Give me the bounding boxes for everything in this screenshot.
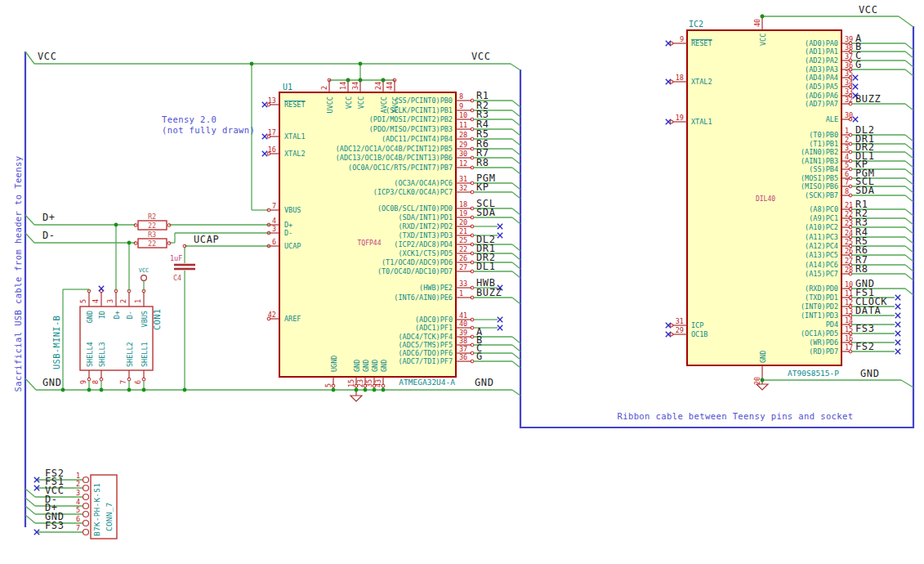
pin-name: (A8)PC0	[809, 205, 838, 213]
net-label-gnd: GND	[42, 377, 61, 388]
pin-name: SHELL1	[141, 342, 149, 367]
pin-number: 11	[459, 121, 467, 129]
pin-number: 24	[374, 82, 382, 90]
pin-number: 30	[459, 150, 467, 158]
pin-name: (A12)PC4	[805, 242, 838, 250]
junction-dot	[142, 388, 146, 392]
junction-dot	[359, 62, 363, 66]
pin-name: (ADC7/TDI)PF7	[398, 357, 453, 365]
pin-name: (ADC5/TMS)PF5	[398, 341, 453, 349]
pin-number: 10	[845, 280, 853, 289]
wire-segment	[905, 60, 913, 67]
pin-name: (INT0)PD2	[801, 302, 838, 311]
pin-name: (ADC1)PF1	[415, 324, 453, 332]
pin-number: 18	[676, 74, 684, 82]
pin-number: 25	[845, 238, 853, 246]
pin-name: D+	[113, 311, 121, 319]
wire-segment	[512, 353, 520, 360]
pin-number: 32	[459, 184, 467, 192]
pin-name: (AIN0)PB2	[801, 148, 838, 156]
pin-number: 40	[753, 19, 761, 27]
pin-number: 5	[79, 299, 87, 303]
pin-number: 29	[459, 141, 467, 149]
resistor-value: 22	[148, 222, 156, 230]
pin-number: 36	[845, 61, 853, 69]
pin-name: (ADC12/OC1A/OC4B/PCINT12)PB5	[336, 145, 453, 153]
pin-name: (ADC4/TCK)PF4	[398, 333, 453, 341]
pin-name: (RXD)PD0	[805, 284, 838, 293]
wire-segment	[905, 289, 913, 295]
pin-name: (INT1)PD3	[801, 311, 838, 320]
pin-name: (T0)PB0	[809, 131, 838, 139]
pin-number: 42	[268, 311, 276, 319]
connector-pin-circle	[83, 521, 89, 526]
pin-number: 7	[76, 524, 80, 532]
ic-value-ic2: AT90S8515-P	[788, 369, 839, 378]
pin-name: (AIN1)PB3	[801, 157, 838, 165]
teensy-note-line1: Teensy 2.0	[162, 114, 216, 124]
pin-number: 39	[459, 329, 467, 337]
wire-segment	[512, 183, 520, 190]
pin-number: 13	[845, 307, 853, 316]
pin-number: 2	[76, 480, 80, 488]
junction-dot	[355, 388, 359, 392]
wire-segment	[25, 498, 35, 506]
pin-number: 35	[845, 69, 853, 78]
pin-number: 5	[76, 506, 80, 514]
pin-number: 3	[76, 489, 80, 497]
wire-segment	[905, 152, 913, 159]
ic-value-u1: ATMEGA32U4-A	[399, 378, 455, 387]
junction-dot	[382, 388, 386, 392]
pin-name: (PDI/MOSI/PCINT2)PB2	[369, 115, 453, 123]
wire-segment	[512, 101, 520, 107]
pin-number: 13	[268, 96, 276, 105]
pin-number: 41	[459, 311, 467, 320]
pin-name: (AD0)PA0	[805, 39, 838, 47]
pin-number: 7	[272, 202, 276, 210]
pin-number: 21	[845, 201, 853, 209]
net-label-vcc: VCC	[38, 51, 56, 62]
net-label-vcc: VCC	[859, 4, 877, 16]
junction-dot	[250, 62, 254, 66]
pin-name: (INT6/AIN0)PE6	[394, 293, 453, 302]
pin-number: 34	[351, 82, 359, 90]
pin-name: (SCK)PB7	[805, 191, 838, 199]
wire-segment	[905, 69, 913, 76]
wire-segment	[512, 298, 520, 304]
net-label-gnd: GND	[860, 368, 879, 379]
pin-number: 3	[106, 299, 114, 303]
pin-number: 24	[845, 229, 853, 237]
pin-name: (WR)PD6	[809, 338, 838, 347]
pin-name: D-	[126, 311, 134, 319]
resistor-ref: R2	[148, 213, 156, 221]
wire-segment	[901, 380, 913, 387]
pin-number: 1	[845, 127, 849, 135]
pin-number: 5	[324, 383, 333, 387]
pin-number: 31	[676, 317, 684, 325]
pin-name: PD4	[826, 320, 838, 329]
wire-segment	[512, 217, 520, 224]
pin-number: 25	[459, 236, 467, 244]
junction-dot	[127, 241, 132, 245]
wire-segment	[905, 237, 913, 244]
junction-dot	[127, 388, 132, 392]
vcc-power-label: VCC	[139, 267, 150, 274]
capacitor-ref: C4	[173, 274, 181, 282]
wire-segment	[905, 144, 913, 150]
pin-number: 12	[459, 159, 467, 168]
pin-number: 4	[92, 299, 100, 303]
net-label-dplus: D+	[42, 212, 56, 223]
pin-number: 9	[459, 102, 463, 110]
pin-name: (PDO/MISO/PCINT3)PB3	[369, 125, 453, 133]
ic-footprint-ic2: DIL40	[756, 195, 775, 203]
pin-name: D-	[284, 229, 292, 237]
wire-segment	[905, 43, 913, 50]
junction-dot	[346, 78, 350, 83]
pin-number: 7	[845, 178, 849, 186]
pin-name: GND	[86, 311, 94, 323]
wire-segment	[512, 168, 520, 174]
pin-name: ICP	[691, 321, 703, 329]
wire-segment	[899, 16, 913, 27]
wire-segment	[905, 178, 913, 185]
pin-number: 1	[134, 299, 142, 303]
